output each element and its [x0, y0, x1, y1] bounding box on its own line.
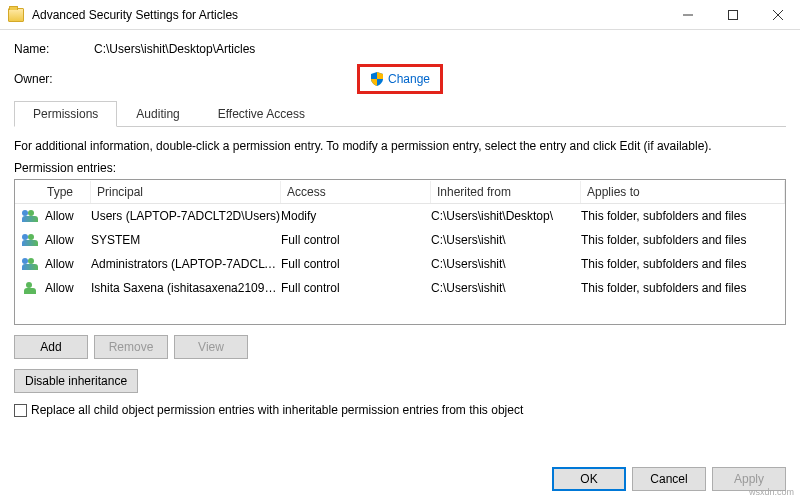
window-controls: [665, 0, 800, 30]
cell-access: Modify: [281, 209, 431, 223]
cell-principal: Administrators (LAPTOP-7ADCLT…: [91, 257, 281, 271]
name-row: Name: C:\Users\ishit\Desktop\Articles: [14, 42, 786, 56]
cell-principal: Users (LAPTOP-7ADCLT2D\Users): [91, 209, 281, 223]
cell-applies: This folder, subfolders and files: [581, 281, 785, 295]
col-type[interactable]: Type: [41, 181, 91, 203]
name-label: Name:: [14, 42, 94, 56]
cell-inherited: C:\Users\ishit\: [431, 257, 581, 271]
cell-type: Allow: [41, 257, 91, 271]
window-title: Advanced Security Settings for Articles: [32, 8, 665, 22]
name-value: C:\Users\ishit\Desktop\Articles: [94, 42, 255, 56]
ok-button[interactable]: OK: [552, 467, 626, 491]
col-applies[interactable]: Applies to: [581, 181, 785, 203]
cancel-button[interactable]: Cancel: [632, 467, 706, 491]
cell-principal: Ishita Saxena (ishitasaxena2109…: [91, 281, 281, 295]
folder-icon: [8, 8, 24, 22]
maximize-button[interactable]: [710, 0, 755, 30]
owner-label: Owner:: [14, 72, 94, 86]
cell-inherited: C:\Users\ishit\: [431, 233, 581, 247]
remove-button: Remove: [94, 335, 168, 359]
watermark: wsxdn.com: [749, 487, 794, 497]
shield-icon: [370, 72, 384, 86]
permissions-table: Type Principal Access Inherited from App…: [14, 179, 786, 325]
action-buttons: Add Remove View: [14, 335, 786, 359]
entries-label: Permission entries:: [14, 161, 786, 175]
cell-type: Allow: [41, 281, 91, 295]
replace-checkbox[interactable]: [14, 404, 27, 417]
cell-type: Allow: [41, 233, 91, 247]
col-access[interactable]: Access: [281, 181, 431, 203]
tab-auditing[interactable]: Auditing: [117, 101, 198, 127]
close-button[interactable]: [755, 0, 800, 30]
table-row[interactable]: AllowIshita Saxena (ishitasaxena2109…Ful…: [15, 276, 785, 300]
cell-principal: SYSTEM: [91, 233, 281, 247]
col-inherited[interactable]: Inherited from: [431, 181, 581, 203]
change-highlight: Change: [357, 64, 443, 94]
table-row[interactable]: AllowSYSTEMFull controlC:\Users\ishit\Th…: [15, 228, 785, 252]
change-link[interactable]: Change: [388, 72, 430, 86]
cell-inherited: C:\Users\ishit\Desktop\: [431, 209, 581, 223]
table-header: Type Principal Access Inherited from App…: [15, 180, 785, 204]
col-principal[interactable]: Principal: [91, 181, 281, 203]
content-area: Name: C:\Users\ishit\Desktop\Articles Ow…: [0, 30, 800, 425]
table-row[interactable]: AllowAdministrators (LAPTOP-7ADCLT…Full …: [15, 252, 785, 276]
cell-access: Full control: [281, 281, 431, 295]
minimize-button[interactable]: [665, 0, 710, 30]
group-icon: [22, 258, 38, 270]
cell-inherited: C:\Users\ishit\: [431, 281, 581, 295]
replace-checkbox-row[interactable]: Replace all child object permission entr…: [14, 403, 786, 417]
cell-applies: This folder, subfolders and files: [581, 209, 785, 223]
view-button: View: [174, 335, 248, 359]
table-row[interactable]: AllowUsers (LAPTOP-7ADCLT2D\Users)Modify…: [15, 204, 785, 228]
svg-rect-1: [728, 10, 737, 19]
cell-access: Full control: [281, 233, 431, 247]
group-icon: [22, 234, 38, 246]
tabs: Permissions Auditing Effective Access: [14, 100, 786, 127]
disable-inheritance-button[interactable]: Disable inheritance: [14, 369, 138, 393]
owner-row: Owner: Change: [14, 64, 786, 94]
tab-effective-access[interactable]: Effective Access: [199, 101, 324, 127]
add-button[interactable]: Add: [14, 335, 88, 359]
info-text: For additional information, double-click…: [14, 139, 786, 153]
group-icon: [22, 210, 38, 222]
user-icon: [22, 282, 38, 294]
tab-permissions[interactable]: Permissions: [14, 101, 117, 127]
cell-applies: This folder, subfolders and files: [581, 233, 785, 247]
cell-type: Allow: [41, 209, 91, 223]
cell-applies: This folder, subfolders and files: [581, 257, 785, 271]
titlebar: Advanced Security Settings for Articles: [0, 0, 800, 30]
cell-access: Full control: [281, 257, 431, 271]
replace-checkbox-label: Replace all child object permission entr…: [31, 403, 523, 417]
